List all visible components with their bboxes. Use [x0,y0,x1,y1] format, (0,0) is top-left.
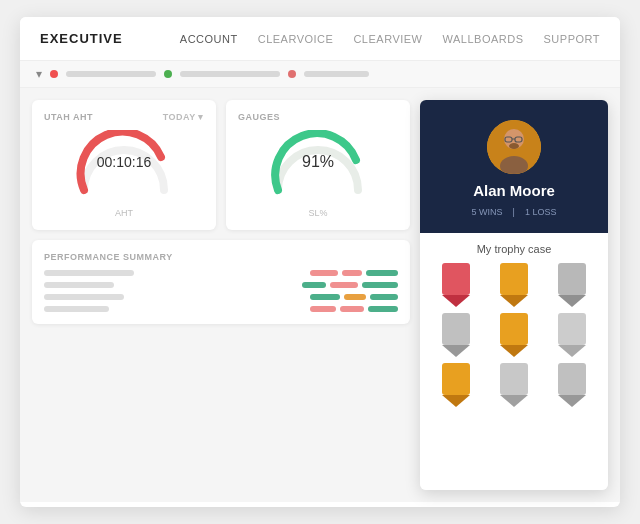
gauges-widget: GAUGES 91% SL% [226,100,410,230]
svg-rect-25 [442,363,470,395]
gauges-label: SL% [238,208,398,218]
perf-chip [340,306,364,312]
nav-support[interactable]: SUPPORT [544,33,600,45]
aht-value: 00:10:16 [97,154,152,170]
svg-marker-20 [500,345,514,357]
trophy-ribbon-4 [438,313,474,357]
nav-clearvoice[interactable]: CLEARVOICE [258,33,334,45]
svg-marker-30 [514,395,528,407]
right-panel: Alan Moore 5 WINS | 1 LOSS My trophy cas… [420,100,608,490]
svg-rect-16 [442,313,470,345]
perf-label-1 [44,270,134,276]
trophy-item-1 [430,263,482,307]
svg-rect-28 [500,363,528,395]
perf-chip [310,294,340,300]
user-stat-divider: | [513,207,515,217]
svg-marker-32 [558,395,572,407]
nav-links: ACCOUNT CLEARVOICE CLEARVIEW WALLBOARDS … [180,33,600,45]
toolbar-bar-2 [180,71,280,77]
user-losses: 1 LOSS [525,207,557,217]
trophy-ribbon-5 [496,313,532,357]
nav-account[interactable]: ACCOUNT [180,33,238,45]
status-dot-red [50,70,58,78]
status-dot-pink [288,70,296,78]
gauges-value: 91% [302,153,334,171]
toolbar: ▾ [20,61,620,88]
svg-rect-22 [558,313,586,345]
nav-clearview[interactable]: CLEARVIEW [353,33,422,45]
trophy-item-5 [488,313,540,357]
chevron-down-icon[interactable]: ▾ [36,67,42,81]
trophy-ribbon-8 [496,363,532,407]
perf-row-4 [44,306,398,312]
perf-chip [310,270,338,276]
performance-title: PERFORMANCE SUMMARY [44,252,398,262]
status-dot-green [164,70,172,78]
svg-marker-21 [514,345,528,357]
trophy-ribbon-7 [438,363,474,407]
perf-row-3 [44,294,398,300]
trophy-item-6 [546,313,598,357]
perf-label-3 [44,294,124,300]
trophy-item-7 [430,363,482,407]
svg-marker-17 [442,345,456,357]
perf-chip [342,270,362,276]
perf-label-2 [44,282,114,288]
toolbar-bar-1 [66,71,156,77]
performance-rows [44,270,398,312]
svg-marker-33 [572,395,586,407]
trophy-section: My trophy case [420,233,608,490]
trophy-ribbon-2 [496,263,532,307]
svg-rect-19 [500,313,528,345]
aht-date[interactable]: Today ▾ [163,112,204,122]
perf-row-2 [44,282,398,288]
svg-marker-18 [456,345,470,357]
trophy-item-9 [546,363,598,407]
svg-marker-23 [558,345,572,357]
gauges-title: GAUGES [238,112,398,122]
perf-chip [330,282,358,288]
user-card: Alan Moore 5 WINS | 1 LOSS [420,100,608,233]
main-container: EXECUTIVE ACCOUNT CLEARVOICE CLEARVIEW W… [20,17,620,507]
svg-marker-9 [456,295,470,307]
avatar [487,120,541,174]
svg-rect-13 [558,263,586,295]
svg-marker-26 [442,395,456,407]
nav-brand: EXECUTIVE [40,31,123,46]
avatar-svg [487,120,541,174]
perf-chip [370,294,398,300]
user-stats: 5 WINS | 1 LOSS [472,207,557,217]
trophy-item-2 [488,263,540,307]
user-wins: 5 WINS [472,207,503,217]
trophy-ribbon-6 [554,313,590,357]
widgets-row: UTAH AHT Today ▾ 00:10:16 AHT [32,100,410,230]
svg-marker-11 [500,295,514,307]
left-panel: UTAH AHT Today ▾ 00:10:16 AHT [32,100,410,490]
svg-marker-24 [572,345,586,357]
dashboard: UTAH AHT Today ▾ 00:10:16 AHT [20,88,620,502]
svg-marker-14 [558,295,572,307]
nav-wallboards[interactable]: WALLBOARDS [443,33,524,45]
perf-chip [368,306,398,312]
trophy-item-4 [430,313,482,357]
svg-point-5 [509,143,519,149]
svg-marker-29 [500,395,514,407]
aht-label: AHT [44,208,204,218]
perf-label-4 [44,306,109,312]
svg-rect-7 [442,263,470,295]
perf-chip [302,282,326,288]
toolbar-bar-3 [304,71,369,77]
trophy-grid [430,263,598,407]
trophy-title: My trophy case [430,243,598,255]
svg-rect-10 [500,263,528,295]
trophy-item-8 [488,363,540,407]
svg-marker-12 [514,295,528,307]
perf-chip [344,294,366,300]
aht-gauge: 00:10:16 [44,124,204,204]
aht-title: UTAH AHT Today ▾ [44,112,204,122]
performance-card: PERFORMANCE SUMMARY [32,240,410,324]
svg-marker-27 [456,395,470,407]
trophy-ribbon-9 [554,363,590,407]
trophy-ribbon-1 [438,263,474,307]
trophy-ribbon-3 [554,263,590,307]
